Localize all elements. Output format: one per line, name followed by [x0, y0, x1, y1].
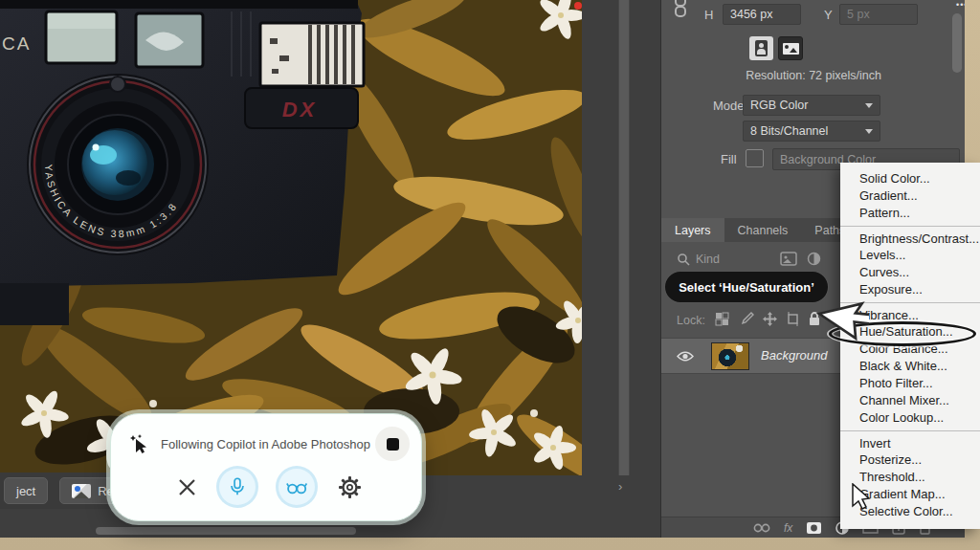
mask-icon[interactable]	[806, 521, 822, 535]
glasses-button[interactable]	[278, 469, 315, 505]
filter-kind-select[interactable]: Kind	[696, 253, 720, 266]
tab-channels[interactable]: Channels	[724, 218, 802, 242]
copilot-overlay: Following Copilot in Adobe Photoshop	[110, 413, 422, 521]
menu-item-color-lookup[interactable]: Color Lookup...	[840, 409, 980, 427]
chevron-down-icon	[865, 129, 873, 134]
stop-button[interactable]	[375, 427, 410, 461]
menu-item-pattern[interactable]: Pattern...	[840, 205, 980, 222]
glasses-icon	[285, 476, 308, 497]
close-icon[interactable]	[178, 478, 196, 496]
fill-checkbox[interactable]	[746, 149, 764, 167]
menu-item-levels[interactable]: Levels...	[840, 247, 980, 264]
arrow-cursor-small	[852, 483, 873, 512]
menu-item-photo-filter[interactable]: Photo Filter...	[840, 375, 980, 392]
canvas-horizontal-scrollbar[interactable]	[96, 527, 356, 535]
cursor-sparkle-icon	[130, 433, 151, 454]
bit-depth-select[interactable]: 8 Bits/Channel	[743, 121, 880, 142]
select-subject-button[interactable]: ject	[4, 477, 48, 504]
lock-label: Lock:	[677, 314, 705, 327]
adjust-filter-icon[interactable]	[807, 252, 821, 266]
menu-item-gradient[interactable]: Gradient...	[840, 187, 980, 205]
screen: DX CA YASHICA LENS 38mm 1:3.8 ›	[0, 0, 980, 550]
chevron-down-icon	[865, 103, 873, 108]
h-label: H	[704, 8, 713, 22]
mode-value: RGB Color	[750, 99, 808, 112]
camera-brand-text: CA	[2, 33, 31, 54]
search-icon	[678, 253, 690, 266]
layer-name: Background	[761, 348, 827, 363]
stop-icon	[387, 438, 399, 451]
pick-filter-icon[interactable]	[780, 252, 797, 266]
copilot-tooltip: Select ‘Hue/Saturation’	[664, 271, 829, 303]
canvas-vertical-scrollbar[interactable]	[618, 0, 630, 475]
select-subject-label: ject	[16, 484, 35, 498]
checkerboard-icon[interactable]	[715, 312, 729, 326]
mode-label: Mode	[713, 99, 745, 113]
resolution-text: Resolution: 72 pixels/inch	[661, 69, 965, 82]
portrait-icon[interactable]	[749, 36, 773, 60]
mic-button[interactable]	[219, 469, 256, 505]
layer-thumbnail[interactable]	[711, 342, 749, 370]
copilot-status-text: Following Copilot in Adobe Photoshop	[161, 437, 375, 451]
tooltip-text: Select ‘Hue/Saturation’	[679, 280, 814, 295]
y-label: Y	[824, 8, 833, 22]
link-icon[interactable]	[673, 0, 688, 19]
remove-background-icon	[72, 484, 91, 498]
fill-label: Fill	[721, 152, 737, 166]
brush-icon[interactable]	[740, 312, 754, 326]
menu-item-brightness-contrast[interactable]: Brightness/Contrast...	[840, 226, 980, 247]
chevron-right-icon[interactable]: ›	[618, 479, 622, 494]
height-value: 3456 px	[730, 8, 772, 21]
document-canvas[interactable]: DX CA YASHICA LENS 38mm 1:3.8	[0, 0, 582, 475]
panel-menu-icon[interactable]: •••	[956, 0, 965, 10]
artboard-icon[interactable]	[786, 312, 800, 326]
camera-badge-text: DX	[282, 98, 318, 121]
eye-icon[interactable]	[677, 350, 694, 363]
menu-item-invert[interactable]: Invert	[840, 430, 980, 451]
height-field[interactable]: 3456 px	[723, 4, 801, 25]
camera: DX CA YASHICA LENS 38mm 1:3.8	[0, 0, 364, 325]
link-layers-icon[interactable]	[753, 523, 770, 533]
y-value: 5 px	[847, 8, 870, 21]
arrow-cursor-large	[812, 279, 869, 341]
mode-select[interactable]: RGB Color	[743, 95, 880, 116]
menu-item-black-white[interactable]: Black & White...	[840, 358, 980, 375]
move-icon[interactable]	[763, 312, 777, 326]
gear-icon[interactable]	[338, 475, 362, 499]
tab-layers[interactable]: Layers	[661, 218, 724, 242]
menu-item-posterize[interactable]: Posterize...	[840, 451, 980, 469]
menu-item-channel-mixer[interactable]: Channel Mixer...	[840, 392, 980, 409]
menu-item-solid-color[interactable]: Solid Color...	[840, 170, 980, 187]
bit-depth-value: 8 Bits/Channel	[750, 124, 828, 138]
mic-icon	[227, 476, 248, 497]
panel-scrollbar[interactable]	[952, 13, 962, 73]
y-field[interactable]: 5 px	[839, 4, 918, 25]
record-dot	[574, 2, 582, 10]
landscape-icon[interactable]	[778, 36, 803, 60]
fx-icon[interactable]: fx	[784, 521, 792, 535]
